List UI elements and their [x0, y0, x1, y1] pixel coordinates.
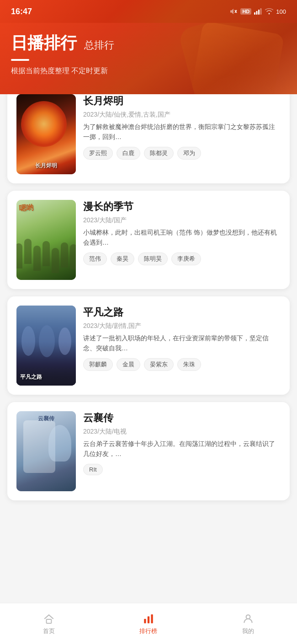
show-poster: 嗯哟: [16, 200, 76, 280]
battery-level: 100: [276, 8, 286, 15]
svg-rect-6: [46, 619, 51, 623]
show-card-3[interactable]: 平凡之路 平凡之路 2023/大陆/剧情,国产 讲述了一批初入职场的年轻人，在行…: [7, 296, 290, 395]
show-info: 长月烬明 2023/大陆/仙侠,爱情,古装,国产 为了解救被魔神澹台烬统治折磨的…: [83, 94, 281, 174]
show-tag[interactable]: 朱珠: [177, 358, 201, 371]
show-tags: 罗云熙白鹿陈都灵邓为: [83, 147, 281, 160]
home-svg: [43, 613, 55, 625]
show-card-4[interactable]: 云襄传 云襄传 2023/大陆/电视 云台弟子云襄苦修十年步入江湖。在闯荡江湖的…: [7, 402, 290, 500]
content-area: 长月烬明 长月烬明 2023/大陆/仙侠,爱情,古装,国产 为了解救被魔神澹台烬…: [0, 85, 297, 553]
mine-svg: [242, 613, 254, 625]
show-tags: RIt: [83, 464, 281, 475]
header-main-title: 日播排行: [11, 32, 77, 54]
nav-item-ranking[interactable]: 排行榜: [139, 612, 157, 635]
show-poster: 长月烬明: [16, 94, 76, 174]
show-info: 平凡之路 2023/大陆/剧情,国产 讲述了一批初入职场的年轻人，在行业资深前辈…: [83, 306, 281, 386]
svg-rect-7: [144, 619, 146, 623]
status-icons: HD 100: [229, 8, 286, 15]
status-bar: 16:47 HD 100: [0, 0, 297, 23]
show-desc: 云台弟子云襄苦修十年步入江湖。在闯荡江湖的过程中，云襄结识了几位好友，…: [83, 439, 281, 459]
show-tag[interactable]: 秦昊: [111, 252, 134, 265]
svg-rect-5: [260, 8, 262, 15]
show-meta: 2023/大陆/电视: [83, 428, 281, 436]
show-title: 漫长的季节: [83, 200, 281, 214]
wifi-icon: [265, 8, 273, 15]
show-tag[interactable]: 郭麒麟: [83, 358, 113, 371]
show-desc: 讲述了一批初入职场的年轻人，在行业资深前辈的带领下，坚定信念、突破自我…: [83, 333, 281, 354]
show-tag[interactable]: 晏紫东: [144, 358, 174, 371]
show-tag[interactable]: 陈明昊: [138, 252, 168, 265]
header-description: 根据当前热度整理 不定时更新: [11, 66, 286, 76]
show-tag[interactable]: 范伟: [83, 252, 107, 265]
svg-rect-2: [254, 12, 255, 15]
show-meta: 2023/大陆/国产: [83, 216, 281, 225]
show-tag[interactable]: 罗云熙: [83, 147, 113, 160]
show-poster: 平凡之路: [16, 306, 76, 386]
header-divider: [11, 59, 29, 61]
bottom-nav: 首页 排行榜 我的: [0, 603, 297, 644]
show-title: 云襄传: [83, 411, 281, 425]
show-meta: 2023/大陆/剧情,国产: [83, 322, 281, 330]
mine-icon: [241, 612, 255, 625]
ranking-icon: [142, 612, 155, 625]
mute-icon: [229, 8, 238, 15]
header-sub-title: 总排行: [84, 38, 114, 52]
home-icon: [42, 612, 56, 625]
show-tag[interactable]: 白鹿: [117, 147, 140, 160]
show-title: 平凡之路: [83, 306, 281, 319]
home-label: 首页: [43, 627, 55, 635]
signal-icon: [254, 8, 262, 15]
show-tag[interactable]: 邓为: [177, 147, 201, 160]
show-desc: 为了解救被魔神澹台烬统治折磨的世界，衡阳宗掌门之女黎苏苏孤注一掷，回到…: [83, 122, 281, 142]
ranking-label: 排行榜: [139, 627, 157, 635]
svg-point-10: [246, 615, 250, 619]
header-title-row: 日播排行 总排行: [11, 32, 286, 54]
show-desc: 小城桦林，此时，出租司机王响（范伟 饰）做梦也没想到，他还有机会遇到…: [83, 227, 281, 248]
show-poster: 云襄传: [16, 411, 76, 491]
show-tags: 郭麒麟金晨晏紫东朱珠: [83, 358, 281, 371]
show-meta: 2023/大陆/仙侠,爱情,古装,国产: [83, 111, 281, 119]
nav-item-home[interactable]: 首页: [42, 612, 56, 635]
svg-rect-9: [151, 614, 153, 623]
svg-rect-8: [148, 616, 149, 623]
status-time: 16:47: [11, 7, 32, 16]
show-tag[interactable]: 陈都灵: [144, 147, 174, 160]
show-title: 长月烬明: [83, 94, 281, 108]
mine-label: 我的: [242, 627, 254, 635]
show-card-1[interactable]: 长月烬明 长月烬明 2023/大陆/仙侠,爱情,古装,国产 为了解救被魔神澹台烬…: [7, 85, 290, 183]
show-tags: 范伟秦昊陈明昊李庚希: [83, 252, 281, 265]
svg-rect-4: [258, 10, 260, 15]
header: 日播排行 总排行 根据当前热度整理 不定时更新: [0, 23, 297, 94]
hd-badge: HD: [240, 8, 251, 15]
show-tag[interactable]: 李庚希: [171, 252, 201, 265]
ranking-svg: [143, 613, 154, 625]
show-info: 漫长的季节 2023/大陆/国产 小城桦林，此时，出租司机王响（范伟 饰）做梦也…: [83, 200, 281, 280]
svg-rect-3: [256, 11, 258, 15]
nav-item-mine[interactable]: 我的: [241, 612, 255, 635]
show-tag[interactable]: 金晨: [117, 358, 140, 371]
show-info: 云襄传 2023/大陆/电视 云台弟子云襄苦修十年步入江湖。在闯荡江湖的过程中，…: [83, 411, 281, 491]
show-card-2[interactable]: 嗯哟 漫长的季节 2023/大陆/国产 小城桦林，此时，出租司机王响（范伟 饰）…: [7, 191, 290, 289]
show-tag[interactable]: RIt: [83, 464, 103, 475]
